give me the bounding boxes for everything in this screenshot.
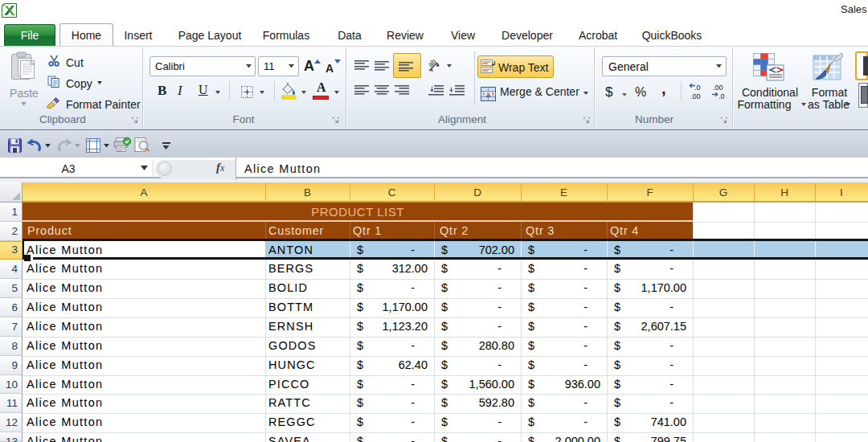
svg-text:.00: .00 xyxy=(690,92,701,100)
svg-text:a: a xyxy=(486,91,490,99)
svg-text:.0: .0 xyxy=(694,84,701,92)
svg-text:ab: ab xyxy=(426,57,437,68)
